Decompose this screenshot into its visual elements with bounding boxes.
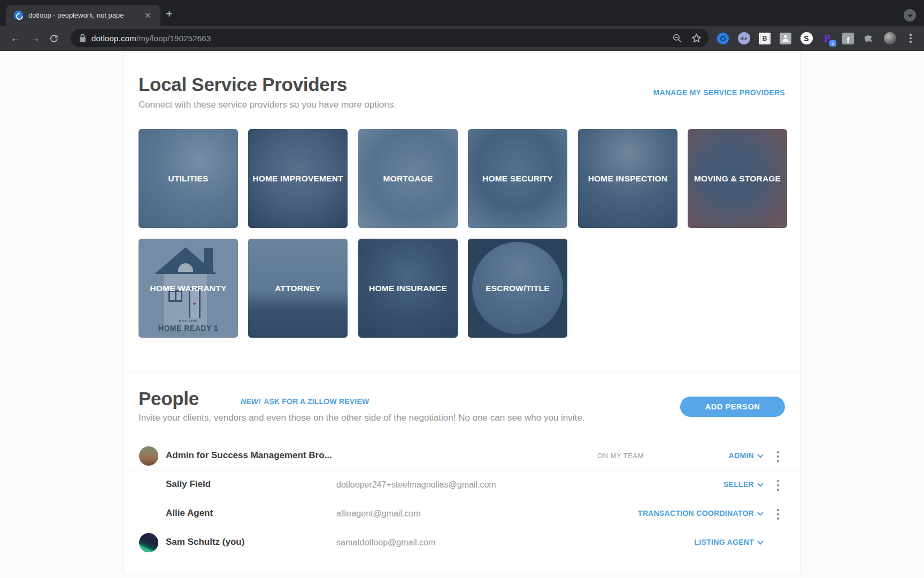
person-row-sally: Sally Field dotlooper247+steelmagnolias@… (124, 470, 800, 499)
chevron-down-icon (757, 509, 763, 515)
tab-bar: dotloop - peoplework, not pape ✕ + (0, 0, 924, 26)
zoom-icon[interactable] (672, 33, 682, 43)
service-tile-moving-storage[interactable]: MOVING & STORAGE (688, 129, 787, 228)
role-dropdown-seller[interactable]: SELLER (723, 480, 763, 489)
p-extension-badge: 1 (829, 40, 837, 47)
service-tile-mortgage[interactable]: MORTGAGE (358, 129, 458, 228)
people-subtitle: Invite your clients, vendors and even th… (138, 413, 584, 423)
service-tile-home-insurance[interactable]: HOME INSURANCE (358, 239, 458, 338)
me-extension-icon[interactable]: me (737, 32, 750, 45)
person-name: Sam Schultz (you) (166, 537, 244, 547)
url-domain: dotloop.com (91, 34, 136, 43)
chevron-down-icon (757, 452, 763, 458)
row-menu-icon[interactable] (775, 507, 781, 521)
profile-avatar-icon[interactable] (883, 32, 896, 45)
row-menu-icon[interactable] (775, 478, 781, 492)
person-extension-icon[interactable] (779, 32, 792, 45)
loop-content-card: Local Service Providers Connect with the… (124, 52, 800, 573)
p-extension-icon[interactable]: P1 (821, 32, 834, 45)
service-tile-home-improvement[interactable]: HOME IMPROVEMENT (248, 129, 348, 228)
url-path: /my/loop/190252663 (136, 34, 211, 43)
section-divider (124, 371, 800, 371)
person-name: Allie Agent (166, 508, 213, 519)
window-chevron-icon[interactable] (904, 9, 916, 21)
person-row-allie: Allie Agent allieagent@gmail.com TRANSAC… (124, 499, 800, 528)
service-tile-escrow-title[interactable]: ESCROW/TITLE (468, 239, 567, 338)
browser-menu-icon[interactable] (904, 32, 917, 45)
zillow-review-link[interactable]: NEW!ASK FOR A ZILLOW REVIEW (241, 397, 369, 406)
bookmark-star-icon[interactable] (691, 33, 702, 44)
s-extension-icon[interactable]: S (800, 32, 813, 45)
role-dropdown-transaction-coordinator[interactable]: TRANSACTION COORDINATOR (638, 509, 763, 518)
person-name: Admin for Success Management Bro... (166, 450, 332, 461)
chevron-down-icon (757, 481, 763, 486)
add-person-button[interactable]: ADD PERSON (680, 397, 785, 417)
avatar-admin (139, 446, 158, 466)
browser-tab[interactable]: dotloop - peoplework, not pape ✕ (6, 5, 160, 26)
manage-service-providers-link[interactable]: MANAGE MY SERVICE PROVIDERS (653, 88, 785, 97)
extension-strip: me B S P1 f (717, 26, 917, 51)
address-bar[interactable]: dotloop.com/my/loop/190252663 (71, 29, 709, 47)
browser-window: dotloop - peoplework, not pape ✕ + ← → d… (0, 0, 924, 578)
extensions-puzzle-icon[interactable] (863, 32, 875, 45)
lock-icon (79, 34, 86, 42)
role-dropdown-listing-agent[interactable]: LISTING AGENT (695, 538, 763, 546)
service-tile-utilities[interactable]: UTILITIES (138, 129, 238, 228)
tab-title: dotloop - peoplework, not pape (28, 11, 143, 19)
tab-close-icon[interactable]: ✕ (144, 11, 151, 20)
person-email: samatdotloop@gmail.com (336, 538, 435, 547)
chevron-down-icon (757, 538, 763, 544)
service-providers-subtitle: Connect with these service providers so … (138, 100, 396, 110)
person-row-admin: Admin for Success Management Bro... ON M… (124, 442, 800, 470)
person-name: Sally Field (166, 479, 211, 490)
on-my-team-label: ON MY TEAM (597, 452, 644, 460)
people-title: People (138, 388, 199, 409)
reload-button[interactable] (45, 26, 63, 51)
avatar-sam (139, 533, 158, 552)
forward-button[interactable]: → (26, 26, 44, 51)
dotloop-extension-icon[interactable] (717, 32, 729, 45)
person-email: dotlooper247+steelmagnolias@gmail.com (336, 480, 496, 490)
person-row-sam: Sam Schultz (you) samatdotloop@gmail.com… (124, 528, 800, 557)
service-tile-home-warranty[interactable]: ♥ EST 1995 HOME READY 1 HOME WARRANTY (138, 239, 238, 338)
new-tab-button[interactable]: + (166, 8, 173, 20)
service-providers-title: Local Service Providers (138, 74, 347, 95)
service-tile-home-security[interactable]: HOME SECURITY (468, 129, 567, 228)
dotloop-favicon-icon (14, 11, 23, 20)
facebook-extension-icon[interactable]: f (842, 32, 854, 45)
b-extension-icon[interactable]: B (758, 32, 771, 45)
new-badge: NEW! (241, 397, 261, 406)
service-tile-home-inspection[interactable]: HOME INSPECTION (578, 129, 677, 228)
row-menu-icon[interactable] (775, 450, 781, 463)
role-dropdown-admin[interactable]: ADMIN (729, 451, 763, 460)
service-tile-attorney[interactable]: ATTORNEY (248, 239, 348, 338)
back-button[interactable]: ← (6, 26, 25, 51)
person-email: allieagent@gmail.com (336, 509, 421, 519)
url-text: dotloop.com/my/loop/190252663 (91, 34, 211, 43)
